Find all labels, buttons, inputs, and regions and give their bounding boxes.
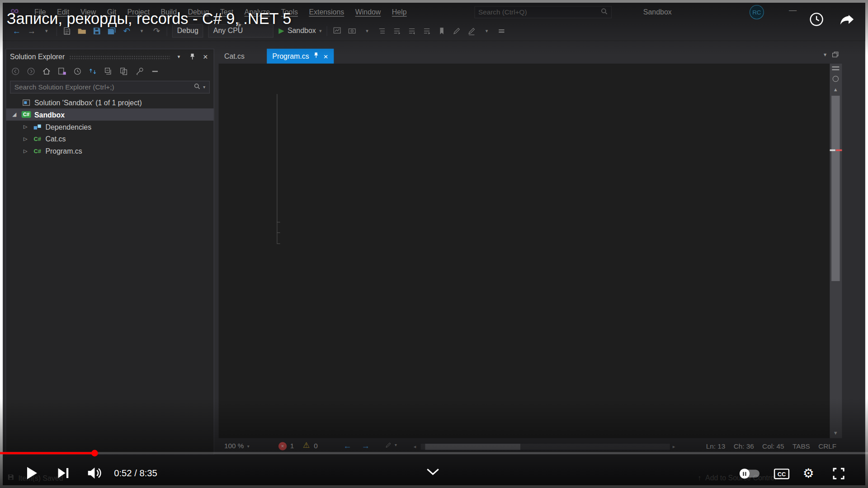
solution-search-box[interactable]: Search Solution Explorer (Ctrl+;) ▾ xyxy=(10,81,210,94)
tab-cat-cs[interactable]: Cat.cs xyxy=(219,49,250,64)
uncomment-icon[interactable] xyxy=(467,26,476,36)
start-debugging-button[interactable]: ▶ Sandbox ▾ xyxy=(278,27,321,35)
error-count-icon[interactable]: × xyxy=(278,442,287,450)
tree-item-sandbox[interactable]: ◢C#Sandbox xyxy=(6,108,213,121)
quick-search-box[interactable]: Search (Ctrl+Q) xyxy=(474,6,612,18)
tab-program-cs[interactable]: Program.cs× xyxy=(267,49,334,64)
navigate-back-icon[interactable]: ← xyxy=(343,441,351,450)
pending-changes-icon[interactable] xyxy=(72,66,82,76)
close-icon[interactable]: × xyxy=(323,52,328,61)
bookmark-icon[interactable] xyxy=(437,26,447,36)
chevron-down-icon[interactable]: ▾ xyxy=(482,26,492,36)
solution-explorer-header[interactable]: Solution Explorer ▾ × xyxy=(6,49,213,64)
preview-selected-items-icon[interactable] xyxy=(150,66,160,76)
horizontal-scrollbar-thumb[interactable] xyxy=(425,444,520,450)
watch-later-button[interactable] xyxy=(808,11,825,30)
outlining-guide-tick xyxy=(277,232,280,233)
navigate-lines-back-icon[interactable] xyxy=(407,26,417,36)
scrollbar-options-icon[interactable] xyxy=(833,76,839,82)
indent-lines-icon[interactable] xyxy=(377,26,387,36)
warning-count[interactable]: 0 xyxy=(314,442,318,450)
play-button[interactable] xyxy=(23,465,40,482)
scrollbar-thumb[interactable] xyxy=(831,96,840,281)
quick-search-placeholder: Search (Ctrl+Q) xyxy=(478,8,527,16)
autoplay-toggle[interactable] xyxy=(741,470,760,478)
navigate-lines-forward-icon[interactable] xyxy=(422,26,432,36)
video-title[interactable]: Записи, рекорды, records - C# 9, .NET 5 xyxy=(7,10,292,28)
minimize-button[interactable]: — xyxy=(789,5,797,14)
history-back-icon[interactable] xyxy=(10,66,20,76)
toolbar-overflow-grip-icon[interactable] xyxy=(497,26,507,36)
pause-icon xyxy=(740,469,750,479)
menu-help[interactable]: Help xyxy=(387,5,412,18)
sync-with-active-document-icon[interactable] xyxy=(88,66,98,76)
line-ending-toggle[interactable]: CRLF xyxy=(818,443,836,450)
tree-collapsed-arrow-icon[interactable]: ▷ xyxy=(22,148,29,154)
edit-marker-icon[interactable]: ▾ xyxy=(385,441,397,449)
code-editor[interactable] xyxy=(219,64,830,438)
chevron-down-icon: ▾ xyxy=(203,84,205,89)
titlebar-project-name: Sandbox xyxy=(643,8,672,16)
performance-profiler-icon[interactable] xyxy=(332,26,342,36)
collapse-controls-chevron-icon[interactable] xyxy=(425,468,440,476)
chevron-down-icon[interactable]: ▾ xyxy=(362,26,372,36)
float-window-icon[interactable] xyxy=(832,52,839,59)
chevron-down-icon: ▾ xyxy=(319,28,322,33)
video-seek-bar[interactable] xyxy=(0,452,868,454)
scroll-left-arrow-icon[interactable]: ◂ xyxy=(414,444,416,449)
home-icon[interactable] xyxy=(42,66,52,76)
screenshot-tool-icon[interactable] xyxy=(347,26,357,36)
history-forward-icon[interactable] xyxy=(26,66,36,76)
tree-collapsed-arrow-icon[interactable]: ▷ xyxy=(22,124,29,129)
panel-drag-grip[interactable] xyxy=(69,55,170,60)
splitter-grip-icon[interactable] xyxy=(832,66,839,70)
video-scrubber[interactable] xyxy=(91,450,98,457)
fullscreen-button[interactable] xyxy=(831,466,846,481)
captions-button[interactable]: CC xyxy=(774,469,789,479)
settings-gear-icon[interactable]: ⚙ xyxy=(803,466,814,481)
tabs-mode-toggle[interactable]: TABS xyxy=(793,443,810,450)
pin-icon[interactable] xyxy=(313,52,319,60)
share-button[interactable] xyxy=(838,11,856,30)
solution-explorer-panel: Solution Explorer ▾ × Search Solution Ex… xyxy=(5,49,214,455)
run-target-label: Sandbox xyxy=(288,27,316,35)
collapse-all-icon[interactable] xyxy=(104,66,113,76)
tree-collapsed-arrow-icon[interactable]: ▷ xyxy=(22,136,29,141)
outline-lines-icon[interactable] xyxy=(392,26,402,36)
account-avatar[interactable]: RC xyxy=(750,5,764,19)
horizontal-scrollbar[interactable] xyxy=(421,444,670,450)
tree-item-label: Program.cs xyxy=(45,147,82,155)
solution-tree: Solution 'Sandbox' (1 of 1 project)◢C#Sa… xyxy=(6,96,213,157)
tree-item-cat-cs[interactable]: ▷C#Cat.cs xyxy=(6,133,213,145)
next-button[interactable] xyxy=(57,466,71,479)
error-marker xyxy=(836,150,842,151)
show-all-files-icon[interactable] xyxy=(119,66,129,76)
chevron-down-icon: ▾ xyxy=(247,443,250,448)
configuration-value: Debug xyxy=(177,27,198,35)
volume-button[interactable] xyxy=(86,466,103,480)
zoom-value: 100 % xyxy=(224,442,244,450)
tree-item-dependencies[interactable]: ▷Dependencies xyxy=(6,121,213,133)
menu-extensions[interactable]: Extensions xyxy=(304,5,349,18)
switch-views-icon[interactable] xyxy=(57,66,67,76)
navigate-forward-icon[interactable]: → xyxy=(362,441,370,450)
tree-item-solution-sandbox-1-of-1-project[interactable]: Solution 'Sandbox' (1 of 1 project) xyxy=(6,96,213,108)
warning-icon[interactable]: ⚠ xyxy=(303,441,310,450)
active-files-chevron-icon[interactable]: ▾ xyxy=(824,52,826,59)
editor-scrollbar[interactable]: ▲ ▼ xyxy=(830,64,842,438)
pin-icon[interactable] xyxy=(188,52,197,61)
zoom-dropdown[interactable]: 100 % ▾ xyxy=(224,442,250,450)
csproj-icon: C# xyxy=(21,111,32,118)
tree-item-program-cs[interactable]: ▷C#Program.cs xyxy=(6,145,213,157)
tree-expanded-arrow-icon[interactable]: ◢ xyxy=(10,112,18,117)
menu-window[interactable]: Window xyxy=(350,5,386,18)
scroll-right-arrow-icon[interactable]: ▸ xyxy=(673,444,675,449)
properties-wrench-icon[interactable] xyxy=(135,66,145,76)
chevron-down-icon[interactable]: ▾ xyxy=(175,52,184,61)
comment-out-icon[interactable] xyxy=(452,26,462,36)
scroll-up-arrow-icon[interactable]: ▲ xyxy=(833,87,838,92)
scroll-down-arrow-icon[interactable]: ▼ xyxy=(833,431,838,436)
close-icon[interactable]: × xyxy=(201,52,210,61)
outlining-guide-tick xyxy=(277,244,280,244)
error-count[interactable]: 1 xyxy=(290,442,294,450)
